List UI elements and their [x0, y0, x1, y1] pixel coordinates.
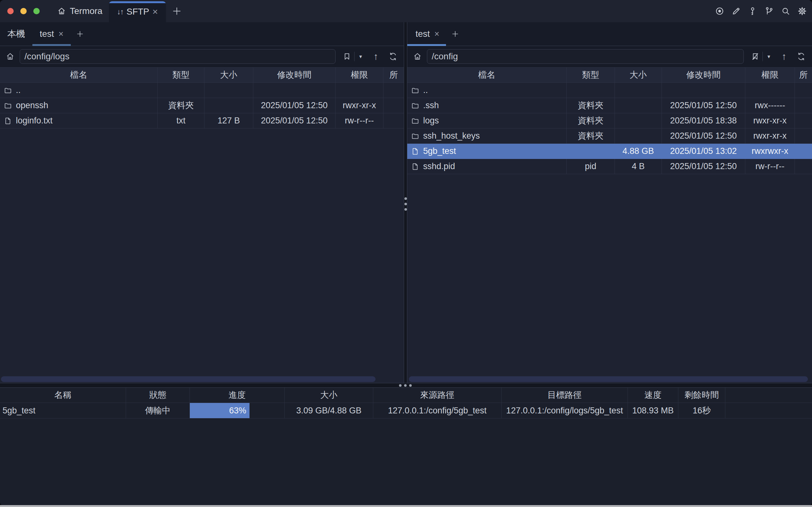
bookmark-icon[interactable] — [342, 52, 351, 61]
column-header-0[interactable]: 檔名 — [407, 68, 566, 83]
transfer-name-cell[interactable]: 5gb_test — [0, 403, 126, 418]
file-cell[interactable] — [662, 83, 745, 98]
column-header-1[interactable]: 類型 — [566, 68, 615, 83]
pane-tab-test[interactable]: test × — [407, 22, 446, 46]
scrollbar-thumb[interactable] — [409, 376, 808, 382]
path-input[interactable] — [427, 49, 744, 64]
bookmark-dropdown-icon[interactable]: ▾ — [358, 53, 364, 60]
refresh-button[interactable] — [797, 52, 806, 61]
up-directory-button[interactable]: ↑ — [371, 51, 380, 62]
file-cell[interactable] — [795, 98, 812, 113]
file-cell[interactable] — [615, 128, 662, 144]
file-cell[interactable]: 2025/01/05 12:50 — [662, 98, 745, 113]
home-button[interactable] — [6, 52, 15, 61]
file-cell[interactable] — [795, 144, 812, 159]
file-cell[interactable] — [253, 83, 335, 98]
minimize-button[interactable] — [20, 8, 27, 14]
column-header-1[interactable]: 類型 — [158, 68, 205, 83]
file-name-cell[interactable]: .. — [0, 83, 158, 98]
transfer-column-header-6[interactable]: 速度 — [628, 388, 679, 403]
bookmark-dropdown-icon[interactable]: ▾ — [766, 53, 772, 60]
key-button[interactable] — [748, 6, 757, 16]
new-pane-tab-button[interactable] — [76, 30, 84, 38]
bookmark-slash-icon[interactable] — [751, 52, 760, 61]
file-cell[interactable]: rwxr-xr-x — [745, 113, 795, 128]
transfer-column-header-7[interactable]: 剩餘時間 — [679, 388, 725, 403]
transfer-target-cell[interactable]: 127.0.0.1:/config/logs/5gb_test — [501, 403, 628, 418]
file-name-cell[interactable]: sshd.pid — [407, 159, 566, 174]
transfer-column-header-2[interactable]: 進度 — [190, 388, 285, 403]
file-cell[interactable] — [615, 83, 662, 98]
file-cell[interactable]: rwx------ — [745, 98, 795, 113]
refresh-button[interactable] — [388, 52, 397, 61]
file-name-cell[interactable]: ssh_host_keys — [407, 128, 566, 144]
file-cell[interactable] — [615, 113, 662, 128]
file-cell[interactable]: rwxr-xr-x — [745, 128, 795, 144]
column-header-5[interactable]: 所 — [383, 68, 404, 83]
transfer-source-cell[interactable]: 127.0.0.1:/config/5gb_test — [373, 403, 501, 418]
file-cell[interactable] — [566, 83, 615, 98]
file-name-cell[interactable]: .. — [407, 83, 566, 98]
home-button[interactable] — [413, 52, 422, 61]
transfer-size-cell[interactable]: 3.09 GB/4.88 GB — [285, 403, 373, 418]
close-button[interactable] — [7, 8, 14, 14]
file-cell[interactable]: rw-r--r-- — [335, 113, 383, 128]
column-header-4[interactable]: 權限 — [745, 68, 795, 83]
file-cell[interactable] — [615, 98, 662, 113]
transfer-speed-cell[interactable]: 108.93 MB — [628, 403, 679, 418]
path-input[interactable] — [20, 49, 335, 64]
close-tab-icon[interactable]: × — [152, 7, 158, 16]
file-cell[interactable] — [745, 83, 795, 98]
file-name-cell[interactable]: logs — [407, 113, 566, 128]
maximize-button[interactable] — [33, 8, 40, 14]
column-header-2[interactable]: 大小 — [615, 68, 662, 83]
transfer-column-header-4[interactable]: 來源路徑 — [373, 388, 501, 403]
horizontal-splitter[interactable] — [0, 383, 812, 388]
column-header-3[interactable]: 修改時間 — [662, 68, 745, 83]
settings-button[interactable] — [797, 6, 807, 16]
file-cell[interactable]: 4 B — [615, 159, 662, 174]
file-cell[interactable]: 2025/01/05 18:38 — [662, 113, 745, 128]
file-cell[interactable] — [205, 83, 253, 98]
transfer-status-cell[interactable]: 傳輸中 — [126, 403, 190, 418]
new-tab-button[interactable] — [171, 6, 182, 16]
file-name-cell[interactable]: 5gb_test — [407, 144, 566, 159]
file-cell[interactable]: 資料夾 — [566, 128, 615, 144]
record-button[interactable] — [715, 6, 724, 16]
transfer-progress-cell[interactable]: 63% — [190, 403, 285, 418]
transfer-remaining-cell[interactable]: 16秒 — [679, 403, 725, 418]
column-header-5[interactable]: 所 — [795, 68, 812, 83]
transfer-column-header-5[interactable]: 目標路徑 — [501, 388, 628, 403]
file-cell[interactable]: rwxrwxr-x — [745, 144, 795, 159]
close-pane-tab-icon[interactable]: × — [58, 30, 63, 38]
pane-tab-local[interactable]: 本機 — [0, 22, 33, 46]
file-cell[interactable] — [383, 83, 404, 98]
file-cell[interactable] — [335, 83, 383, 98]
file-cell[interactable]: 資料夾 — [158, 98, 205, 113]
file-cell[interactable]: txt — [158, 113, 205, 128]
file-cell[interactable] — [566, 144, 615, 159]
vertical-splitter[interactable] — [404, 22, 407, 383]
column-header-3[interactable]: 修改時間 — [253, 68, 335, 83]
column-header-4[interactable]: 權限 — [335, 68, 383, 83]
file-cell[interactable] — [795, 128, 812, 144]
file-cell[interactable] — [795, 159, 812, 174]
branch-button[interactable] — [764, 6, 774, 16]
close-pane-tab-icon[interactable]: × — [434, 30, 439, 38]
file-cell[interactable]: 資料夾 — [566, 113, 615, 128]
file-cell[interactable] — [383, 113, 404, 128]
pane-tab-test[interactable]: test × — [33, 22, 71, 46]
file-cell[interactable] — [205, 98, 253, 113]
transfer-column-header-1[interactable]: 狀態 — [126, 388, 190, 403]
file-name-cell[interactable]: loginfo.txt — [0, 113, 158, 128]
file-cell[interactable] — [795, 113, 812, 128]
file-cell[interactable]: 2025/01/05 12:50 — [253, 98, 335, 113]
file-cell[interactable]: rwxr-xr-x — [335, 98, 383, 113]
file-cell[interactable] — [158, 83, 205, 98]
file-cell[interactable]: 4.88 GB — [615, 144, 662, 159]
file-name-cell[interactable]: openssh — [0, 98, 158, 113]
file-cell[interactable]: 2025/01/05 12:50 — [253, 113, 335, 128]
new-pane-tab-button[interactable] — [451, 30, 459, 38]
column-header-2[interactable]: 大小 — [205, 68, 253, 83]
search-button[interactable] — [781, 6, 791, 16]
